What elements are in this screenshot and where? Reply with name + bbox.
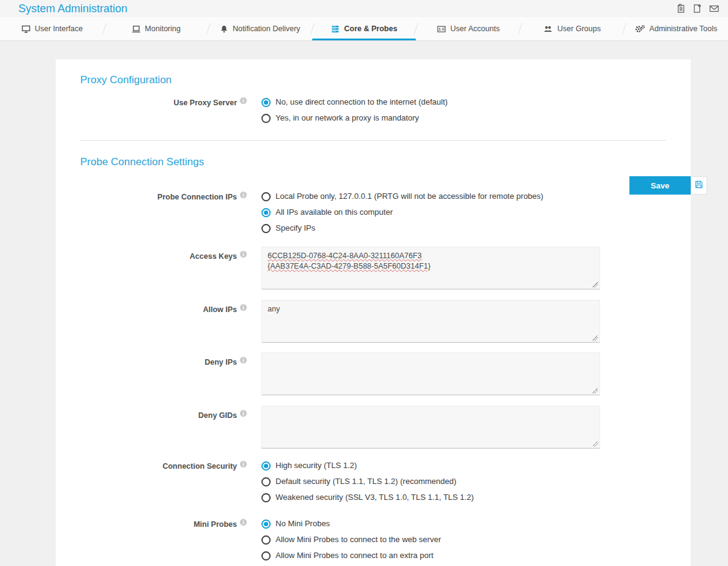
resize-grip-icon[interactable]	[593, 282, 598, 288]
content-area: Save Proxy Configuration Use Proxy Serve…	[0, 41, 728, 566]
field-label: Deny IPs	[205, 358, 237, 367]
radio-option[interactable]: Local Probe only, 127.0.0.1 (PRTG will n…	[261, 192, 543, 201]
page-title: System Administration	[18, 2, 127, 15]
tab-notification-delivery[interactable]: Notification Delivery	[208, 17, 312, 40]
radio-option[interactable]: Specify IPs	[261, 223, 543, 233]
radio-unselected-icon[interactable]	[261, 192, 271, 201]
tab-core-probes[interactable]: Core & Probes	[312, 17, 416, 40]
mail-icon[interactable]	[709, 4, 719, 13]
info-icon[interactable]: i	[240, 461, 247, 467]
radio-group-use-proxy-server: No, use direct connection to the interne…	[261, 97, 448, 123]
section-title-proxy: Proxy Configuration	[80, 74, 666, 86]
radio-option[interactable]: Weakened security (SSL V3, TLS 1.0, TLS …	[261, 493, 474, 502]
radio-group-connection-security: High security (TLS 1.2) Default security…	[261, 461, 474, 502]
floppy-disk-icon	[694, 180, 704, 192]
section-divider	[80, 140, 666, 141]
save-button[interactable]: Save	[629, 176, 691, 195]
radio-unselected-icon[interactable]	[261, 535, 271, 545]
field-label: Use Proxy Server	[173, 99, 237, 107]
laptop-icon	[132, 24, 141, 34]
gears-icon	[635, 24, 645, 34]
deny-gids-textarea[interactable]	[261, 406, 600, 449]
tab-monitoring[interactable]: Monitoring	[104, 17, 208, 40]
radio-selected-icon[interactable]	[261, 98, 271, 107]
info-icon[interactable]: i	[240, 357, 247, 363]
info-icon[interactable]: i	[240, 304, 247, 311]
field-label: Access Keys	[190, 252, 237, 261]
info-icon[interactable]: i	[240, 97, 247, 104]
radio-unselected-icon[interactable]	[261, 551, 271, 560]
radio-option[interactable]: Default security (TLS 1.1, TLS 1.2) (rec…	[261, 477, 474, 486]
field-row-allow-ips: Allow IPsi any	[80, 300, 666, 343]
radio-option[interactable]: High security (TLS 1.2)	[261, 461, 474, 471]
radio-group-probe-connection-ips: Local Probe only, 127.0.0.1 (PRTG will n…	[261, 192, 543, 233]
radio-option[interactable]: No, use direct connection to the interne…	[261, 97, 448, 107]
radio-unselected-icon[interactable]	[261, 477, 271, 486]
resize-grip-icon[interactable]	[593, 335, 598, 341]
field-row-deny-gids: Deny GIDsi	[80, 406, 666, 449]
notes-icon[interactable]	[676, 4, 686, 13]
id-card-icon	[437, 24, 446, 34]
info-icon[interactable]: i	[240, 251, 247, 258]
field-row-deny-ips: Deny IPsi	[80, 352, 666, 395]
field-label: Mini Probes	[193, 520, 237, 529]
radio-option[interactable]: Allow Mini Probes to connect to an extra…	[261, 551, 441, 560]
info-icon[interactable]: i	[240, 519, 247, 526]
bell-icon	[220, 24, 228, 34]
top-bar: System Administration	[0, 0, 728, 17]
field-label: Connection Security	[162, 462, 237, 471]
field-row-connection-security: Connection Securityi High security (TLS …	[80, 461, 666, 502]
field-row-mini-probes: Mini Probesi No Mini Probes Allow Mini P…	[80, 519, 666, 560]
field-row-access-keys: Access Keysi 6CCB125D-0768-4C24-8AA0-321…	[80, 247, 666, 289]
field-label: Deny GIDs	[198, 411, 237, 420]
tab-user-interface[interactable]: User Interface	[0, 17, 104, 40]
server-stack-icon	[331, 24, 340, 34]
radio-selected-icon[interactable]	[261, 461, 271, 471]
radio-option[interactable]: No Mini Probes	[261, 519, 441, 529]
tab-user-groups[interactable]: User Groups	[520, 17, 624, 40]
radio-selected-icon[interactable]	[261, 519, 271, 529]
radio-group-mini-probes: No Mini Probes Allow Mini Probes to conn…	[261, 519, 441, 560]
add-file-icon[interactable]	[692, 4, 702, 13]
resize-grip-icon[interactable]	[593, 388, 598, 393]
settings-card: Save Proxy Configuration Use Proxy Serve…	[56, 59, 691, 566]
radio-option[interactable]: Yes, in our network a proxy is mandatory	[261, 113, 448, 123]
allow-ips-textarea[interactable]: any	[261, 300, 600, 343]
radio-option[interactable]: Allow Mini Probes to connect to the web …	[261, 535, 441, 545]
field-row-probe-connection-ips: Probe Connection IPsi Local Probe only, …	[80, 192, 666, 233]
radio-unselected-icon[interactable]	[261, 114, 271, 123]
radio-unselected-icon[interactable]	[261, 224, 271, 233]
tab-user-accounts[interactable]: User Accounts	[416, 17, 520, 40]
save-disk-button[interactable]	[691, 176, 707, 195]
resize-grip-icon[interactable]	[593, 441, 598, 447]
monitor-icon	[21, 24, 31, 34]
info-icon[interactable]: i	[240, 410, 247, 417]
users-icon	[543, 24, 553, 34]
radio-unselected-icon[interactable]	[261, 493, 271, 502]
field-row-use-proxy-server: Use Proxy Serveri No, use direct connect…	[80, 97, 666, 123]
deny-ips-textarea[interactable]	[261, 352, 600, 395]
field-label: Probe Connection IPs	[157, 193, 237, 201]
section-title-probe-connection: Probe Connection Settings	[80, 156, 666, 168]
tab-bar: User Interface Monitoring Notification D…	[0, 17, 728, 41]
radio-selected-icon[interactable]	[261, 208, 271, 217]
radio-option[interactable]: All IPs available on this computer	[261, 207, 543, 217]
info-icon[interactable]: i	[240, 192, 247, 198]
field-label: Allow IPs	[203, 305, 237, 314]
access-keys-textarea[interactable]: 6CCB125D-0768-4C24-8AA0-3211160A76F3 {AA…	[261, 247, 600, 289]
save-area: Save	[629, 176, 707, 195]
tab-administrative-tools[interactable]: Administrative Tools	[624, 17, 728, 40]
